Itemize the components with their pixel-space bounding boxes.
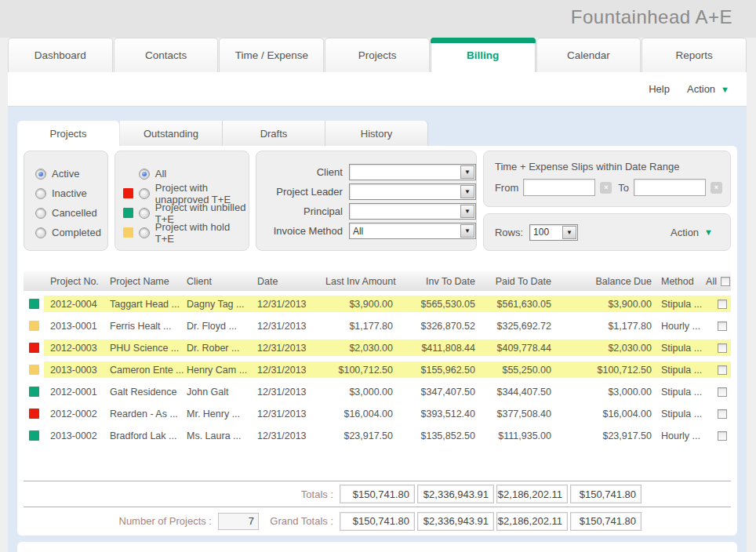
project-leader-select[interactable]: ▼ (349, 183, 476, 200)
principal-select[interactable]: ▼ (349, 203, 476, 220)
cell-balance-due: $16,004.00 (556, 409, 656, 419)
select-all-checkbox[interactable] (721, 277, 730, 286)
tab-dashboard[interactable]: Dashboard (8, 38, 113, 72)
radio-completed-label[interactable]: Completed (52, 227, 101, 238)
col-paid-to-date[interactable]: Paid To Date (480, 276, 556, 287)
tab-calendar[interactable]: Calendar (536, 38, 642, 72)
row-band[interactable]: 2012-0001 Galt Residence John Galt 12/31… (44, 383, 731, 400)
radio-cancelled-label[interactable]: Cancelled (52, 207, 97, 219)
radio-unapproved[interactable] (139, 188, 150, 199)
radio-active-label[interactable]: Active (52, 168, 79, 180)
radio-completed[interactable] (35, 227, 46, 238)
radio-row-cancelled[interactable]: Cancelled (35, 203, 107, 223)
row-checkbox[interactable] (718, 431, 727, 441)
col-inv-to-date[interactable]: Inv To Date (398, 276, 480, 287)
col-last-inv-amount[interactable]: Last Inv Amount (325, 276, 398, 287)
cell-project-no: 2013-0001 (44, 321, 110, 332)
cell-last-inv: $100,712.50 (325, 365, 398, 376)
radio-active[interactable] (35, 169, 46, 180)
col-method[interactable]: Method (656, 276, 703, 287)
table-row: 2012-0004 Taggart Head ... Dagny Tag ...… (24, 296, 731, 312)
radio-row-hold[interactable]: Project with hold T+E (123, 223, 249, 242)
clear-to-date-icon[interactable]: × (711, 182, 722, 194)
to-date-input[interactable] (634, 179, 706, 196)
grand-totals-balance-due: $150,741.80 (570, 512, 642, 531)
radio-all[interactable] (139, 169, 150, 180)
row-band[interactable]: 2012-0003 PHU Science ... Dr. Rober ... … (44, 340, 731, 356)
radio-row-unapproved[interactable]: Project with unapproved T+E (123, 183, 249, 203)
row-checkbox[interactable] (718, 300, 727, 309)
cell-method: Stipula ... (656, 365, 703, 376)
tab-contacts[interactable]: Contacts (114, 38, 219, 72)
radio-row-unbilled[interactable]: Project with unbilled T+E (123, 203, 249, 223)
row-checkbox[interactable] (718, 343, 727, 353)
cell-method: Stipula ... (656, 387, 703, 398)
table-row: 2013-0002 Bradford Lak ... Ms. Laura ...… (24, 427, 731, 444)
dropdown-arrow-icon[interactable]: ▼ (460, 205, 474, 218)
from-date-input[interactable] (523, 179, 595, 196)
rows-select[interactable]: 100 ▼ (529, 224, 578, 241)
table-header: Project No. Project Name Client Date Las… (24, 271, 731, 291)
number-of-projects-label: Number of Projects : (24, 515, 212, 527)
action-menu[interactable]: Action ▼ (687, 83, 729, 95)
cell-inv-to-date: $347,407.50 (398, 387, 480, 398)
subtab-history[interactable]: History (325, 121, 428, 146)
radio-inactive[interactable] (35, 188, 46, 199)
cell-method: Hourly ... (656, 430, 703, 441)
row-checkbox[interactable] (718, 365, 727, 375)
col-project-no[interactable]: Project No. (44, 276, 110, 287)
cell-date: 12/31/2013 (257, 365, 325, 376)
totals-last-inv: $150,741.80 (340, 485, 415, 503)
row-band[interactable]: 2013-0002 Bradford Lak ... Ms. Laura ...… (44, 427, 731, 444)
radio-hold[interactable] (139, 227, 150, 238)
row-checkbox[interactable] (718, 321, 727, 331)
tab-time-expense[interactable]: Time / Expense (219, 38, 324, 72)
col-project-name[interactable]: Project Name (110, 276, 187, 287)
radio-inactive-label[interactable]: Inactive (52, 187, 87, 199)
row-checkbox[interactable] (718, 409, 727, 419)
col-client[interactable]: Client (187, 276, 257, 287)
radio-unbilled[interactable] (139, 208, 150, 219)
cell-client: Dr. Floyd ... (187, 321, 257, 332)
radio-row-completed[interactable]: Completed (35, 223, 107, 242)
grand-totals-paid-to-date: $2,186,202.11 (496, 512, 568, 531)
tab-projects[interactable]: Projects (325, 38, 430, 72)
radio-hold-label[interactable]: Project with hold T+E (155, 221, 249, 245)
help-link[interactable]: Help (649, 83, 670, 95)
table-action-label: Action (671, 227, 699, 238)
invoice-method-select[interactable]: All ▼ (349, 223, 476, 239)
hold-color-square (123, 227, 133, 238)
dropdown-arrow-icon[interactable]: ▼ (460, 185, 474, 198)
row-band[interactable]: 2013-0003 Cameron Ente ... Henry Cam ...… (44, 361, 731, 378)
col-balance-due[interactable]: Balance Due (556, 276, 656, 287)
cell-client: Dagny Tag ... (187, 299, 257, 310)
dropdown-arrow-icon[interactable]: ▼ (562, 226, 576, 239)
row-band[interactable]: 2013-0001 Ferris Healt ... Dr. Floyd ...… (44, 318, 731, 334)
tab-reports[interactable]: Reports (642, 38, 747, 72)
cell-client: John Galt (187, 387, 257, 398)
client-select[interactable]: ▼ (349, 164, 476, 180)
row-status-square (29, 299, 39, 309)
subtab-outstanding[interactable]: Outstanding (120, 121, 223, 146)
subtab-drafts[interactable]: Drafts (223, 121, 325, 146)
cell-project-name: Rearden - As ... (110, 409, 187, 419)
radio-cancelled[interactable] (35, 208, 46, 219)
radio-row-active[interactable]: Active (35, 164, 107, 183)
row-band[interactable]: 2012-0004 Taggart Head ... Dagny Tag ...… (44, 296, 731, 312)
totals-balance-due: $150,741.80 (570, 485, 642, 503)
row-checkbox[interactable] (718, 387, 727, 397)
radio-all-label[interactable]: All (155, 168, 166, 180)
row-band[interactable]: 2012-0002 Rearden - As ... Mr. Henry ...… (44, 405, 731, 422)
dropdown-arrow-icon[interactable]: ▼ (460, 224, 474, 238)
projects-panel: Active Inactive Cancelled (17, 146, 737, 536)
subtab-projects[interactable]: Projects (17, 121, 120, 146)
table-action-menu[interactable]: Action ▼ (671, 227, 713, 238)
radio-row-inactive[interactable]: Inactive (35, 183, 107, 203)
tab-billing[interactable]: Billing (431, 38, 536, 72)
cell-date: 12/31/2013 (257, 343, 325, 354)
dropdown-arrow-icon[interactable]: ▼ (460, 165, 474, 179)
col-date[interactable]: Date (257, 276, 325, 287)
action-menu-label: Action (687, 83, 715, 95)
radio-row-all[interactable]: All (123, 164, 249, 183)
clear-from-date-icon[interactable]: × (600, 182, 612, 194)
